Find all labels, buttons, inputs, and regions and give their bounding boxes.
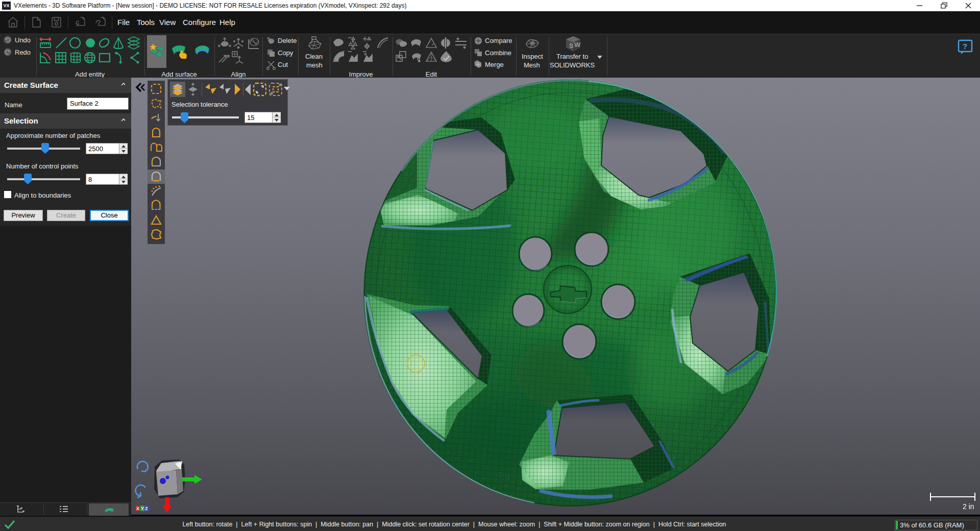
svg-text:Y: Y: [141, 506, 144, 511]
svg-text:S: S: [569, 42, 574, 50]
svg-text:Z: Z: [145, 506, 148, 511]
svg-text:W: W: [574, 41, 581, 49]
svg-text:?: ?: [963, 42, 967, 51]
svg-text:X: X: [136, 506, 139, 511]
svg-text:2 in: 2 in: [963, 502, 974, 511]
